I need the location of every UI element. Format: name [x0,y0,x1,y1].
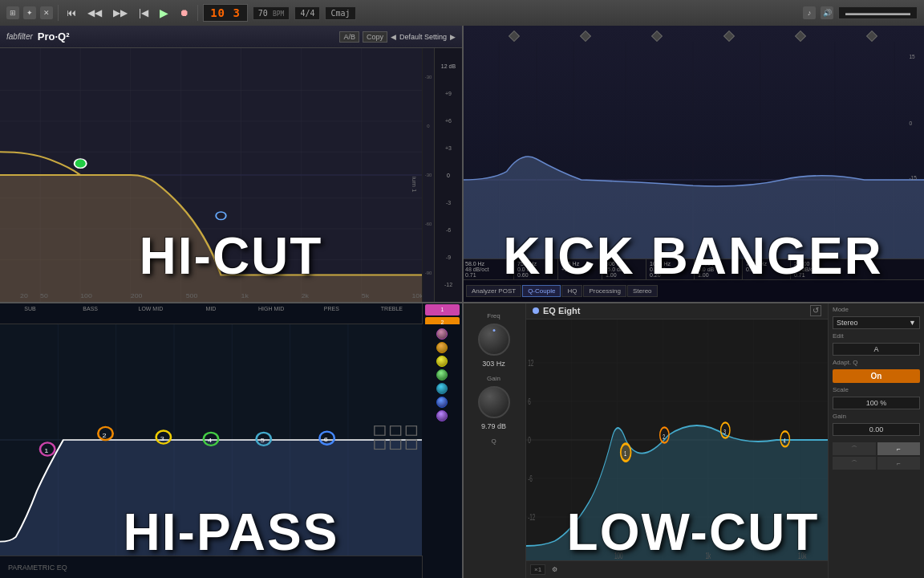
proq-ab[interactable]: A/B [339,31,359,43]
handle-5[interactable] [795,31,806,42]
svg-text:4: 4 [208,437,212,444]
band-tab-1[interactable]: 1 [425,304,460,315]
handle-4[interactable] [723,31,735,42]
db-n3: -3 [446,200,451,206]
back-btn[interactable]: ◀◀ [84,6,105,20]
knob-1[interactable] [436,328,448,340]
proq-eq-display: 12 dB +9 +6 +3 0 -3 -6 -9 -12 -30 0 -30 … [0,48,462,302]
edit-value[interactable]: A [833,343,920,356]
svg-text:10k: 10k [798,551,807,560]
knob-4[interactable] [436,369,448,381]
tab-hq[interactable]: HQ [561,285,582,297]
band-type-3[interactable]: ⌒ [833,457,876,470]
handle-6[interactable] [866,31,877,42]
svg-text:1: 1 [624,450,626,458]
mode-select[interactable]: Stereo ▼ [833,316,920,329]
gain-knob-label: Gain [466,375,521,382]
tab-analyzer-post[interactable]: Analyzer POST [466,285,521,297]
svg-text:-12: -12 [528,512,535,522]
forward-btn[interactable]: ▶▶ [110,6,131,20]
eq8-reload-btn[interactable]: ↺ [810,305,821,316]
eq-point-2[interactable] [216,212,226,220]
svg-text:100: 100 [614,551,623,560]
icon-1[interactable]: ⊞ [6,6,19,19]
svg-text:1k: 1k [241,293,249,299]
edit-label: Edit [833,332,920,340]
svg-text:200: 200 [131,293,143,299]
proq-svg-curve: 20 50 100 200 500 1k 2k 5k 10k 20k [0,48,462,302]
svg-text:6: 6 [528,397,531,406]
eq-point-1[interactable] [75,159,87,168]
param-freq-2: 75.0 Hz 0.0 dB 0.60 [514,259,558,279]
prev-btn[interactable]: |◀ [136,6,152,20]
eq8-power-dot[interactable] [533,307,539,314]
svg-text:1k: 1k [705,551,711,560]
svg-text:3: 3 [160,435,164,442]
scale-label: Scale [833,386,920,393]
band-type-2[interactable]: ⌐ [877,442,921,455]
record-btn[interactable]: ⏺ [176,6,192,20]
knob-3[interactable] [436,356,448,367]
handle-3[interactable] [651,31,663,42]
db-n6: -6 [446,227,451,233]
proq-prev[interactable]: ◀ [391,33,396,41]
band-pres: PRES [302,302,362,324]
parametric-eq: SUB BASS LOW MID MID HIGH MID PRES TREBL… [0,302,462,578]
band-handles-top [462,32,924,40]
proq-next[interactable]: ▶ [450,33,456,41]
channel-label: ium 1 [411,177,418,193]
svg-text:-6: -6 [528,474,533,483]
main-content: fabfilter Pro·Q² A/B Copy ◀ Default Sett… [0,26,924,578]
tab-stereo[interactable]: Stereo [627,285,658,297]
param-eq-display-area: 1 2 3 4 5 [0,324,422,556]
handle-1[interactable] [509,31,520,42]
svg-text:-15: -15 [909,175,917,181]
adaptq-label: Adapt. Q [833,359,920,366]
icon-2[interactable]: ✦ [23,6,36,19]
proq-preset: Default Setting [399,33,447,41]
svg-text:2: 2 [103,431,107,438]
midi-icon[interactable]: ♪ [803,6,816,19]
svg-text:0: 0 [528,435,531,445]
param-eq-svg: 1 2 3 4 5 [0,324,422,556]
freq-knobs [422,324,462,556]
svg-text:2: 2 [663,433,665,440]
eq8-bottom-toolbar: ×1 ⚙ [526,560,828,578]
band-lowmid: LOW MID [120,302,180,324]
eq8-options-btn[interactable]: ⚙ [549,565,561,574]
icon-3[interactable]: ✕ [40,6,53,19]
eq8-title: EQ Eight [543,306,580,315]
tab-q-couple[interactable]: Q-Couple [522,285,561,297]
tab-processing[interactable]: Processing [583,285,626,297]
svg-text:6: 6 [324,436,328,443]
play-btn[interactable]: ▶ [156,5,172,21]
knob-2[interactable] [436,342,448,353]
adaptq-on-button[interactable]: On [833,369,920,383]
freq-knob[interactable] [478,324,510,356]
db-12: 12 dB [441,63,456,69]
kick-banger-display: 20 30 40 50 60 80 100 200 300 400/500 80… [462,26,924,302]
db-alt-0: 0 [427,124,429,128]
output-display: ▬▬▬▬▬▬▬▬▬ [838,6,918,19]
db-0: 0 [447,173,450,178]
gain-r-label: Gain [833,413,920,420]
knob-7[interactable] [436,410,448,421]
gain-knob[interactable] [478,386,510,418]
handle-2[interactable] [580,31,591,42]
eq8-multiply-btn[interactable]: ×1 [530,564,545,575]
q-label: Q [466,438,521,445]
proq-copy[interactable]: Copy [363,31,387,43]
knob-6[interactable] [436,397,448,408]
proq-logo-main: Pro·Q² [38,31,70,43]
knob-5[interactable] [436,383,448,394]
rewind-btn[interactable]: ⏮ [63,6,79,20]
bpm-display: 70 BPM [253,6,290,20]
freq-knob-label: Freq [466,312,521,320]
band-type-4[interactable]: ⌐ [877,457,921,470]
db-alt-30: -30 [425,75,432,79]
audio-icon[interactable]: 🔊 [821,6,833,19]
band-type-1[interactable]: ⌒ [833,442,876,455]
quadrant-bottom-right: Freq 303 Hz Gain 9.79 dB Q EQ Eight ↺ [462,302,924,578]
param-freq-6: 2500 Hz 0.0 dB 1.00 [695,259,743,279]
db-alt-n30: -30 [425,173,432,177]
